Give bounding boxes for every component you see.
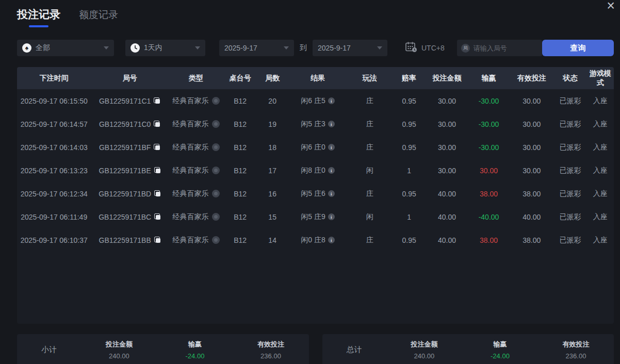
cell-table-no: B12 <box>223 97 257 105</box>
subtotal-valid-bet: 有效投注 236.00 <box>233 340 308 360</box>
copy-icon[interactable] <box>154 237 161 243</box>
column-header: 类型 <box>169 74 223 83</box>
cell-win-loss: 38.00 <box>467 190 510 198</box>
info-icon[interactable]: i <box>328 213 335 220</box>
info-icon[interactable]: i <box>328 144 335 151</box>
info-icon[interactable]: i <box>328 167 335 174</box>
cell-round-no: 18 <box>257 143 288 152</box>
cell-odds: 0.95 <box>392 190 427 198</box>
subtotal-win-loss: 输赢 -24.00 <box>157 340 233 360</box>
cell-valid-bet: 30.00 <box>510 120 553 128</box>
query-button[interactable]: 查询 <box>542 40 614 56</box>
table-row: 2025-09-17 06:13:23 GB12259171BE 经典百家乐 B… <box>17 159 614 182</box>
cell-bet-amount: 30.00 <box>427 120 468 128</box>
replay-icon[interactable] <box>212 236 220 244</box>
round-id-input[interactable] <box>474 44 538 52</box>
copy-icon[interactable] <box>154 121 160 127</box>
cell-status: 已派彩 <box>553 96 587 106</box>
replay-icon[interactable] <box>212 143 220 151</box>
cell-game-mode: 入座 <box>587 96 614 106</box>
result-text: 闲5 庄9 <box>301 212 325 222</box>
cell-bet-time: 2025-09-17 06:14:57 <box>17 120 91 128</box>
result-text: 闲0 庄8 <box>301 236 325 245</box>
info-icon[interactable]: i <box>328 237 335 243</box>
replay-icon[interactable] <box>212 190 220 197</box>
copy-icon[interactable] <box>154 167 161 174</box>
date-to-dropdown[interactable]: 2025-9-17 <box>313 40 387 56</box>
tabs-bar: 投注记录 额度记录 <box>17 7 118 27</box>
cell-bet-time: 2025-09-17 06:14:03 <box>17 143 91 152</box>
cell-result: 闲6 庄0 i <box>288 143 348 152</box>
replay-icon[interactable] <box>212 167 220 174</box>
time-range-dropdown[interactable]: 1天内 <box>125 40 205 56</box>
cell-bet-time: 2025-09-17 06:13:23 <box>17 167 91 175</box>
info-icon[interactable]: i <box>328 121 335 127</box>
replay-icon[interactable] <box>212 120 220 128</box>
cell-round-id: GB12259171BD <box>91 190 168 198</box>
cell-bet-time: 2025-09-17 06:15:50 <box>17 97 91 105</box>
stat-label: 输赢 <box>157 340 233 349</box>
cell-game-type: 经典百家乐 <box>169 120 223 129</box>
cell-table-no: B12 <box>223 143 257 152</box>
chevron-down-icon <box>104 46 109 49</box>
cell-bet-time: 2025-09-17 06:11:49 <box>17 213 91 221</box>
cell-bet-time: 2025-09-17 06:10:37 <box>17 236 91 244</box>
cell-odds: 0.95 <box>392 143 427 152</box>
info-icon[interactable]: i <box>328 97 335 104</box>
subtotal-bet-amount: 投注金额 240.00 <box>81 340 157 360</box>
info-icon[interactable]: i <box>328 190 335 197</box>
cell-play: 庄 <box>348 120 392 129</box>
cell-table-no: B12 <box>223 167 257 175</box>
subtotal-panel: 小计 投注金额 240.00 输赢 -24.00 有效投注 236.00 <box>17 334 309 364</box>
copy-icon[interactable] <box>154 213 161 220</box>
round-id-text: GB12259171BC <box>99 213 151 221</box>
result-text: 闲6 庄0 <box>301 143 325 152</box>
calendar-clock-icon[interactable] <box>405 41 417 55</box>
timezone-group: UTC+8 <box>405 41 445 55</box>
replay-icon[interactable] <box>212 97 220 105</box>
chevron-down-icon <box>377 46 382 49</box>
summary-bar: 小计 投注金额 240.00 输赢 -24.00 有效投注 236.00 总计 … <box>17 334 614 364</box>
replay-icon[interactable] <box>212 213 220 221</box>
round-id-search: 局 <box>457 40 542 56</box>
cell-result: 闲6 庄5 i <box>288 96 348 106</box>
close-icon[interactable]: × <box>607 0 615 13</box>
copy-icon[interactable] <box>154 190 161 197</box>
total-valid-bet: 有效投注 236.00 <box>538 340 614 360</box>
cell-round-no: 14 <box>257 236 288 244</box>
cell-game-mode: 入座 <box>587 143 614 152</box>
cell-win-loss: 30.00 <box>467 167 510 175</box>
cell-play: 庄 <box>348 189 392 198</box>
cell-bet-amount: 40.00 <box>427 236 468 244</box>
cell-table-no: B12 <box>223 190 257 198</box>
cell-play: 庄 <box>348 236 392 245</box>
date-from-dropdown[interactable]: 2025-9-17 <box>219 40 294 56</box>
table-row: 2025-09-17 06:11:49 GB12259171BC 经典百家乐 B… <box>17 205 614 228</box>
cell-result: 闲5 庄9 i <box>288 212 348 222</box>
cell-status: 已派彩 <box>553 120 587 129</box>
stat-value: 236.00 <box>538 352 614 360</box>
result-text: 闲5 庄6 <box>301 189 325 198</box>
copy-icon[interactable] <box>154 97 160 104</box>
cell-game-mode: 入座 <box>587 120 614 129</box>
cell-status: 已派彩 <box>553 212 587 222</box>
cell-bet-amount: 40.00 <box>427 213 468 221</box>
bet-records-table: 下注时间局号类型桌台号局数结果玩法赔率投注金额输赢有效投注状态游戏模式 2025… <box>17 67 614 324</box>
stat-value: -24.00 <box>157 352 233 360</box>
tab-bet-records[interactable]: 投注记录 <box>17 7 60 27</box>
cell-game-type: 经典百家乐 <box>169 96 223 106</box>
copy-icon[interactable] <box>154 144 160 151</box>
cell-valid-bet: 38.00 <box>510 236 553 244</box>
cell-result: 闲8 庄0 i <box>288 166 348 175</box>
tab-quota-records[interactable]: 额度记录 <box>79 8 118 27</box>
cell-play: 庄 <box>348 143 392 152</box>
table-row: 2025-09-17 06:14:57 GB12259171C0 经典百家乐 B… <box>17 112 614 136</box>
cell-result: 闲5 庄3 i <box>288 120 348 129</box>
subtotal-label: 小计 <box>17 345 81 355</box>
table-row: 2025-09-17 06:12:34 GB12259171BD 经典百家乐 B… <box>17 182 614 205</box>
game-type-dropdown[interactable]: ♠ 全部 <box>17 40 114 56</box>
column-header: 桌台号 <box>223 74 257 83</box>
stat-label: 有效投注 <box>538 340 614 349</box>
cell-game-type: 经典百家乐 <box>169 212 223 222</box>
table-row: 2025-09-17 06:14:03 GB12259171BF 经典百家乐 B… <box>17 136 614 159</box>
